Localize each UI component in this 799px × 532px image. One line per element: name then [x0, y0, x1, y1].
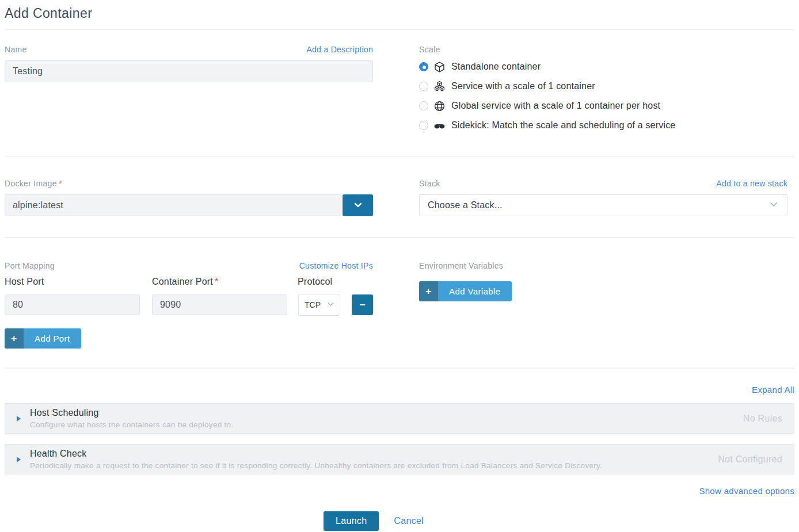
environment-variables-label: Environment Variables — [419, 261, 503, 270]
cube-icon — [433, 61, 446, 73]
launch-button[interactable]: Launch — [324, 511, 379, 531]
section-ports-env: Port Mapping Customize Host IPs Host Por… — [5, 261, 794, 349]
page-title: Add Container — [5, 6, 794, 21]
cubes-icon — [433, 81, 446, 93]
mask-icon — [433, 120, 446, 132]
protocol-label: Protocol — [298, 277, 332, 287]
docker-image-label: Docker Image* — [5, 179, 62, 188]
show-advanced-options-link[interactable]: Show advanced options — [699, 486, 794, 496]
panel-status: No Rules — [729, 414, 782, 424]
minus-icon: − — [359, 300, 366, 310]
footer-actions: Launch Cancel — [5, 511, 794, 531]
scale-option-label: Global service with a scale of 1 contain… — [451, 101, 660, 111]
plus-icon: + — [5, 328, 24, 349]
add-new-stack-link[interactable]: Add to a new stack — [716, 179, 787, 188]
host-port-label: Host Port — [5, 277, 152, 287]
panel-status: Not Configured — [704, 454, 782, 465]
expand-triangle-icon[interactable] — [17, 416, 21, 422]
add-port-button[interactable]: + Add Port — [5, 328, 81, 349]
chevron-down-icon — [352, 199, 364, 212]
port-mapping-label: Port Mapping — [5, 261, 55, 270]
stack-select-value: Choose a Stack... — [428, 200, 503, 210]
scale-option-label: Sidekick: Match the scale and scheduling… — [451, 120, 675, 131]
panel-description: Periodically make a request to the conta… — [30, 461, 602, 470]
scale-option-label: Standalone container — [451, 62, 541, 72]
cancel-button[interactable]: Cancel — [394, 516, 424, 526]
title-divider — [5, 29, 794, 30]
name-input[interactable] — [5, 60, 373, 82]
chevron-down-icon — [326, 300, 335, 310]
scale-option-label: Service with a scale of 1 container — [451, 81, 595, 91]
docker-image-dropdown-button[interactable] — [343, 194, 373, 216]
panel-title: Health Check — [30, 449, 602, 459]
stack-select[interactable]: Choose a Stack... — [419, 194, 787, 216]
add-variable-button[interactable]: + Add Variable — [419, 281, 512, 301]
required-asterisk: * — [215, 277, 218, 286]
name-label: Name — [5, 45, 27, 54]
add-container-form: Add Container Name Add a Description Sca… — [0, 0, 799, 532]
scale-option-sidekick[interactable]: Sidekick: Match the scale and scheduling… — [419, 119, 787, 132]
expand-triangle-icon[interactable] — [17, 457, 21, 462]
expand-all-link[interactable]: Expand All — [752, 385, 794, 395]
section-divider — [5, 237, 794, 238]
scale-option-global[interactable]: Global service with a scale of 1 contain… — [419, 99, 787, 112]
remove-port-button[interactable]: − — [352, 294, 373, 315]
protocol-select-value: TCP — [305, 300, 321, 309]
globe-icon — [433, 100, 446, 112]
section-image-stack: Docker Image* Stack Add to a new stack — [5, 179, 794, 216]
panel-title: Host Scheduling — [30, 408, 233, 418]
section-name-scale: Name Add a Description Scale Standalone … — [5, 45, 794, 139]
scale-option-service[interactable]: Service with a scale of 1 container — [419, 80, 787, 93]
port-mapping-row: TCP − — [5, 294, 373, 316]
protocol-select[interactable]: TCP — [298, 294, 340, 316]
section-divider — [5, 156, 794, 157]
stack-label: Stack — [419, 179, 440, 188]
host-port-input[interactable] — [5, 294, 140, 315]
customize-host-ips-link[interactable]: Customize Host IPs — [299, 261, 373, 270]
container-port-label: Container Port* — [152, 277, 298, 287]
scale-option-standalone[interactable]: Standalone container — [419, 60, 787, 73]
radio-service[interactable] — [419, 82, 428, 91]
docker-image-input[interactable] — [5, 194, 341, 216]
host-scheduling-panel[interactable]: Host Scheduling Configure what hosts the… — [5, 403, 794, 434]
radio-global[interactable] — [419, 101, 428, 110]
add-description-link[interactable]: Add a Description — [306, 45, 373, 54]
add-variable-label: Add Variable — [438, 281, 512, 301]
required-asterisk: * — [59, 179, 62, 188]
plus-icon: + — [419, 281, 438, 301]
health-check-panel[interactable]: Health Check Periodically make a request… — [5, 444, 794, 474]
container-port-input[interactable] — [152, 294, 287, 315]
scale-label: Scale — [419, 45, 440, 54]
panel-description: Configure what hosts the containers can … — [30, 420, 233, 429]
add-port-label: Add Port — [24, 328, 81, 349]
chevron-down-icon — [768, 199, 779, 212]
radio-sidekick[interactable] — [419, 121, 428, 130]
section-divider — [5, 368, 794, 369]
radio-standalone[interactable] — [419, 62, 428, 71]
